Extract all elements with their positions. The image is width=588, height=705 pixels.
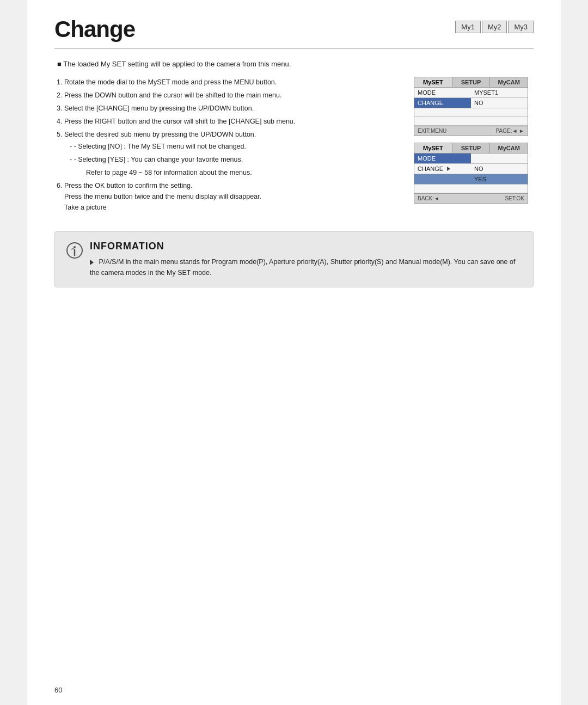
screen2-row-change: CHANGE NO [414, 164, 528, 174]
screen1-tab-myset: MySET [414, 77, 452, 87]
content-area: Rotate the mode dial to the MySET mode a… [54, 77, 534, 215]
tab-my2[interactable]: My2 [482, 21, 507, 33]
info-svg-icon [66, 242, 83, 259]
intro-text: ■ The loaded My SET setting will be appl… [57, 60, 534, 68]
information-box: INFORMATION P/A/S/M in the main menu sta… [54, 231, 534, 287]
screen1-footer: EXIT:MENU PAGE:◄ ► [414, 126, 528, 136]
screen2-row-mode: MODE [414, 154, 528, 164]
step-5: Select the desired sub menu by pressing … [64, 129, 403, 178]
step-6: Press the OK button to confirm the setti… [64, 180, 403, 213]
sub-item-yes: - Selecting [YES] : You can change your … [70, 154, 403, 165]
after-ok-2: Take a picture [64, 204, 107, 211]
screen1-header: MySET SETUP MyCAM [414, 77, 528, 88]
screen1-row-mode: MODE MYSET1 [414, 88, 528, 98]
screen1-footer-left: EXIT:MENU [418, 128, 446, 134]
info-content: INFORMATION P/A/S/M in the main menu sta… [90, 241, 522, 278]
step-2: Press the DOWN button and the cursor wil… [64, 90, 403, 101]
change-arrow-icon [447, 167, 450, 171]
screen1-tab-mycam: MyCAM [490, 77, 528, 87]
instructions: Rotate the mode dial to the MySET mode a… [54, 77, 403, 215]
camera-screen-2: MySET SETUP MyCAM MODE CHANGE NO [414, 143, 528, 204]
screen2-tab-setup: SETUP [452, 143, 491, 153]
screen1-empty-row2 [414, 117, 528, 126]
info-text: P/A/S/M in the main menu stands for Prog… [90, 256, 522, 278]
screen1-row-change: CHANGE NO [414, 98, 528, 108]
camera-screen-1: MySET SETUP MyCAM MODE MYSET1 CHANGE NO … [414, 77, 528, 136]
step-4: Press the RIGHT button and the cursor wi… [64, 116, 403, 127]
info-title: INFORMATION [90, 241, 522, 252]
tab-my1[interactable]: My1 [455, 21, 481, 33]
screen1-tab-setup: SETUP [452, 77, 491, 87]
page-number: 60 [54, 686, 62, 694]
screen-mockups: MySET SETUP MyCAM MODE MYSET1 CHANGE NO … [414, 77, 534, 215]
page-title: Change [54, 16, 135, 42]
screen2-footer-right: SET:OK [505, 195, 524, 201]
screen2-footer: BACK:◄ SET:OK [414, 193, 528, 203]
sub-item-no: - Selecting [NO] : The My SET menu will … [70, 141, 403, 152]
screen2-tab-myset: MySET [414, 143, 452, 153]
step-3: Select the [CHANGE] menu by pressing the… [64, 103, 403, 114]
tab-my3[interactable]: My3 [508, 21, 534, 33]
step-1: Rotate the mode dial to the MySET mode a… [64, 77, 403, 88]
svg-point-1 [74, 246, 76, 248]
mode-tabs: My1 My2 My3 [455, 21, 534, 33]
screen2-footer-left: BACK:◄ [418, 195, 439, 201]
after-ok-1: Press the menu button twice and the menu… [64, 193, 261, 200]
screen2-empty-row1 [414, 185, 528, 193]
page-header: Change My1 My2 My3 [54, 16, 534, 49]
screen2-tab-mycam: MyCAM [490, 143, 528, 153]
screen1-empty-row1 [414, 108, 528, 117]
screen2-row-yes: YES [414, 174, 528, 185]
refer-text: Refer to page 49 ~ 58 for information ab… [64, 167, 403, 178]
screen1-footer-right: PAGE:◄ ► [496, 128, 524, 134]
screen2-header: MySET SETUP MyCAM [414, 143, 528, 154]
info-body-text: P/A/S/M in the main menu stands for Prog… [90, 258, 515, 277]
info-icon [66, 242, 83, 262]
info-arrow-icon [90, 260, 94, 265]
